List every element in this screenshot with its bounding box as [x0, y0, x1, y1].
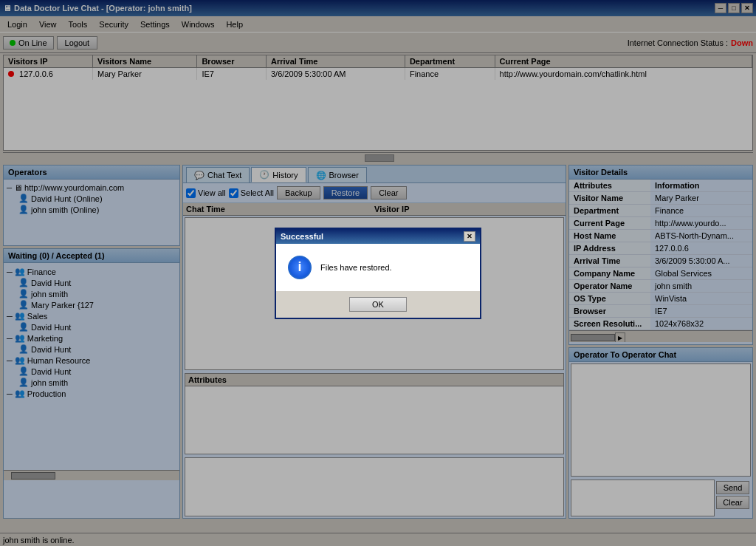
ok-button[interactable]: OK [349, 297, 407, 312]
modal-titlebar: Successful ✕ [276, 229, 480, 244]
modal-message: Files have restored. [320, 263, 392, 272]
modal-dialog: Successful ✕ i Files have restored. OK [275, 228, 481, 319]
modal-footer: OK [276, 291, 480, 318]
modal-body: i Files have restored. [276, 244, 480, 291]
modal-title: Successful [281, 232, 323, 241]
modal-close-button[interactable]: ✕ [464, 231, 475, 242]
modal-overlay: Successful ✕ i Files have restored. OK [0, 0, 756, 546]
info-icon: i [288, 256, 312, 279]
